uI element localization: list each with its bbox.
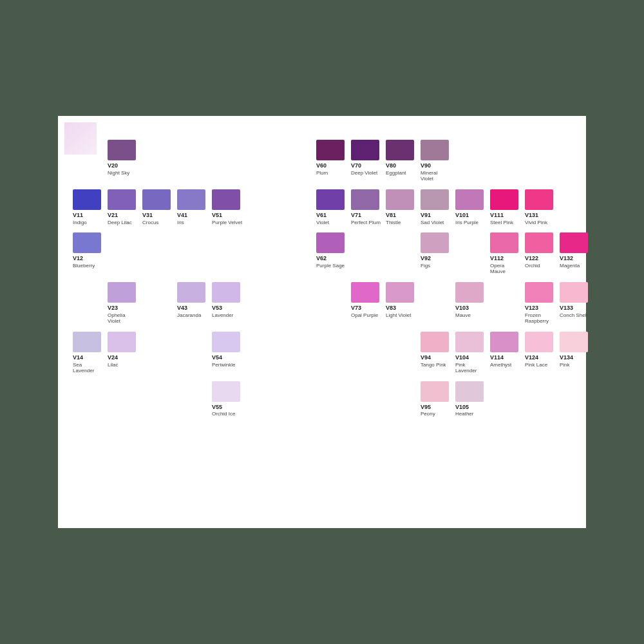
color-name: Thistle — [386, 220, 401, 226]
color-name: Pink Lace — [525, 362, 547, 368]
color-cell — [140, 138, 175, 187]
color-code: V134 — [560, 354, 573, 362]
color-swatch — [108, 189, 136, 210]
color-swatch — [212, 282, 240, 303]
color-name: Mauve — [455, 312, 471, 319]
color-cell: V124Pink Lace — [523, 330, 558, 379]
color-swatch — [560, 282, 588, 303]
color-cell — [140, 330, 175, 379]
color-swatch — [525, 189, 553, 210]
color-swatch — [351, 282, 379, 303]
color-name: Perfect Plum — [351, 220, 381, 226]
color-cell — [314, 280, 349, 330]
color-code: V83 — [386, 305, 396, 312]
color-swatch — [455, 189, 484, 210]
color-swatch — [421, 381, 449, 402]
color-swatch — [212, 332, 240, 352]
color-cell: V81Thistle — [384, 187, 419, 231]
color-name: Opal Purple — [351, 312, 378, 319]
color-code: V62 — [316, 255, 327, 263]
color-code: V23 — [108, 305, 118, 312]
color-code: V51 — [212, 212, 222, 220]
color-cell: V91Sad Violet — [419, 187, 453, 231]
color-cell: V60Plum — [314, 138, 349, 187]
color-swatch — [316, 189, 345, 210]
color-code: V70 — [351, 162, 361, 170]
color-name: Ophelia Violet — [108, 312, 138, 325]
color-code: V103 — [455, 305, 469, 312]
color-cell: V12Blueberry — [71, 231, 106, 280]
color-code: V131 — [525, 212, 538, 220]
color-swatch — [490, 232, 518, 253]
color-code: V80 — [386, 162, 396, 170]
color-cell — [349, 379, 384, 422]
color-cell: V21Deep Lilac — [106, 187, 140, 231]
color-cell — [71, 280, 106, 330]
color-code: V104 — [455, 354, 469, 362]
color-chart-card: V20Night SkyV60PlumV70Deep VioletV80Eggp… — [58, 116, 586, 528]
color-swatch — [525, 282, 553, 303]
color-cell: V23Ophelia Violet — [106, 280, 140, 330]
color-cell — [279, 280, 314, 330]
color-code: V81 — [386, 212, 396, 220]
color-cell — [245, 138, 279, 187]
color-name: Violet — [316, 220, 329, 226]
color-name: Sad Violet — [421, 220, 444, 226]
color-cell: V80Eggplant — [384, 138, 419, 187]
color-swatch — [108, 332, 136, 352]
color-cell: V95Peony — [419, 379, 453, 422]
color-cell: V112Opera Mauve — [488, 231, 523, 280]
color-cell: V122Orchid — [523, 231, 558, 280]
color-code: V132 — [560, 255, 573, 263]
color-cell: V62Purple Sage — [314, 231, 349, 280]
color-code: V12 — [73, 255, 83, 263]
color-swatch — [490, 189, 518, 210]
color-swatch — [108, 282, 136, 303]
color-code: V41 — [177, 212, 187, 220]
color-cell — [175, 379, 210, 422]
color-name: Indigo — [73, 220, 87, 226]
color-code: V111 — [490, 212, 504, 220]
color-name: Steel Pink — [490, 220, 513, 226]
color-code: V122 — [525, 255, 538, 263]
color-name: Opera Mauve — [490, 263, 521, 275]
color-cell — [210, 231, 245, 280]
color-swatch — [316, 140, 345, 160]
color-code: V11 — [73, 212, 83, 220]
color-code: V20 — [108, 162, 118, 170]
color-code: V71 — [351, 212, 361, 220]
color-cell — [558, 379, 592, 422]
color-name: Pink — [560, 362, 570, 368]
color-cell — [245, 280, 279, 330]
color-cell: V43Jacaranda — [175, 280, 210, 330]
color-cell — [279, 330, 314, 379]
color-swatch — [421, 332, 449, 352]
color-cell — [140, 379, 175, 422]
color-code: V90 — [421, 162, 431, 170]
color-cell — [384, 379, 419, 422]
color-name: Deep Lilac — [108, 220, 132, 226]
color-name: Iris Purple — [455, 220, 478, 226]
color-name: Jacaranda — [177, 312, 201, 319]
color-name: Orchid — [525, 263, 540, 269]
color-cell: V104Pink Lavender — [453, 330, 488, 379]
color-cell: V111Steel Pink — [488, 187, 523, 231]
color-cell — [558, 138, 592, 187]
color-swatch — [212, 189, 240, 210]
color-code: V14 — [73, 354, 83, 362]
color-name: Conch Shell — [560, 312, 587, 319]
color-cell — [140, 231, 175, 280]
color-name: Lilac — [108, 362, 118, 368]
color-cell — [210, 138, 245, 187]
color-cell — [453, 231, 488, 280]
color-cell: V11Indigo — [71, 187, 106, 231]
color-grid: V20Night SkyV60PlumV70Deep VioletV80Eggp… — [71, 138, 573, 422]
color-code: V91 — [421, 212, 431, 220]
color-cell: V134Pink — [558, 330, 592, 379]
color-name: Figs — [421, 263, 430, 269]
color-cell — [523, 379, 558, 422]
color-cell: V101Iris Purple — [453, 187, 488, 231]
color-cell: V14Sea Lavender — [71, 330, 106, 379]
color-cell — [419, 280, 453, 330]
color-cell — [106, 231, 140, 280]
